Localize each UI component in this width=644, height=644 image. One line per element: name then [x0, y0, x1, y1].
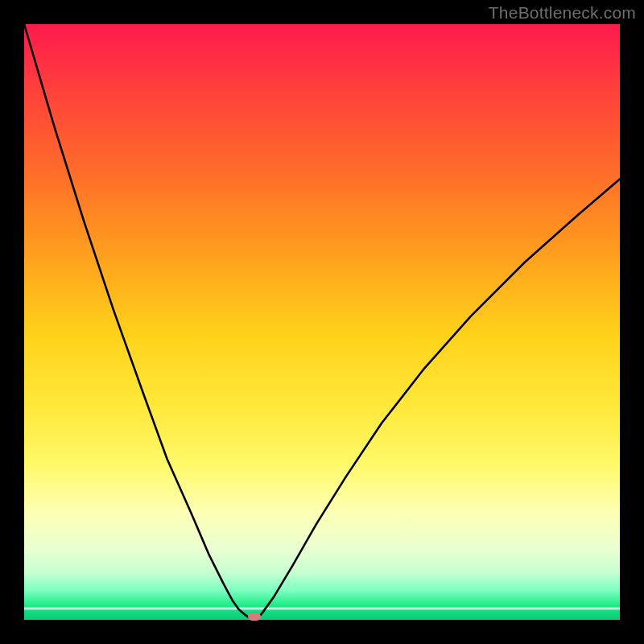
optimal-marker [248, 613, 261, 621]
watermark-text: TheBottleneck.com [489, 3, 636, 23]
bottleneck-curve [24, 24, 620, 619]
curve-svg [24, 24, 620, 620]
chart-frame: TheBottleneck.com [0, 0, 644, 644]
plot-area [24, 24, 620, 620]
